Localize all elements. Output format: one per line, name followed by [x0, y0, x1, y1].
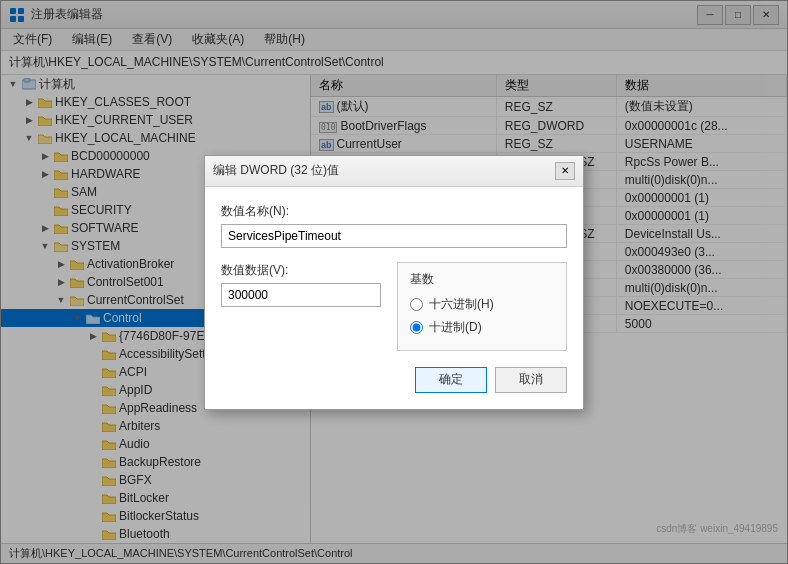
data-label: 数值数据(V): [221, 262, 381, 279]
hex-radio-label[interactable]: 十六进制(H) [410, 296, 554, 313]
data-row: 数值数据(V): 基数 十六进制(H) 十进制(D) [221, 262, 567, 351]
data-value-section: 数值数据(V): [221, 262, 381, 307]
data-input[interactable] [221, 283, 381, 307]
base-title: 基数 [410, 271, 554, 288]
name-label: 数值名称(N): [221, 203, 567, 220]
edit-dword-dialog: 编辑 DWORD (32 位)值 ✕ 数值名称(N): 数值数据(V): 基数 … [204, 155, 584, 410]
dialog-body: 数值名称(N): 数值数据(V): 基数 十六进制(H) 十进制(D) [205, 187, 583, 409]
dialog-close-button[interactable]: ✕ [555, 162, 575, 180]
hex-label: 十六进制(H) [429, 296, 494, 313]
dec-radio-label[interactable]: 十进制(D) [410, 319, 554, 336]
cancel-button[interactable]: 取消 [495, 367, 567, 393]
name-field: 数值名称(N): [221, 203, 567, 248]
name-input[interactable] [221, 224, 567, 248]
dec-label: 十进制(D) [429, 319, 482, 336]
confirm-button[interactable]: 确定 [415, 367, 487, 393]
hex-radio[interactable] [410, 298, 423, 311]
dialog-title: 编辑 DWORD (32 位)值 [213, 162, 339, 179]
base-group: 基数 十六进制(H) 十进制(D) [397, 262, 567, 351]
dialog-overlay: 编辑 DWORD (32 位)值 ✕ 数值名称(N): 数值数据(V): 基数 … [0, 0, 788, 564]
dialog-title-bar: 编辑 DWORD (32 位)值 ✕ [205, 156, 583, 187]
dec-radio[interactable] [410, 321, 423, 334]
dialog-buttons: 确定 取消 [221, 367, 567, 393]
